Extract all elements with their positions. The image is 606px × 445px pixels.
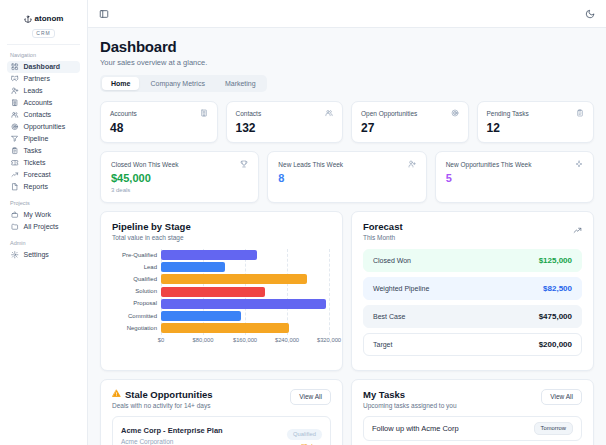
dashboard-content: Dashboard Your sales overview at a glanc… [88,28,606,445]
sidebar: atonom CRM Navigation Dashboard Partners… [0,0,88,445]
sidebar-section-label: Navigation [10,52,77,58]
chart-bar-proposal[interactable] [161,299,326,309]
app-logo: atonom CRM [7,7,80,45]
stale-opportunities-list: Acme Corp - Enterprise Plan Acme Corpora… [112,416,331,445]
sidebar-item-label: Dashboard [24,63,61,71]
sidebar-item-label: All Projects [24,223,59,231]
chart-bar-negotiation[interactable] [161,323,289,333]
forecast-row-label: Target [373,341,392,348]
forecast-row-value: $475,000 [539,312,572,321]
stat-card-pending-tasks: Pending Tasks 12 [477,101,595,143]
app-subtitle: CRM [32,29,54,38]
chart-category-label: Proposal [112,300,161,307]
opportunity-company: Acme Corporation [121,438,223,445]
clipboard-icon [576,109,584,117]
forecast-rows: Closed Won $125,000 Weighted Pipeline $8… [363,249,582,356]
sidebar-item-label: My Work [24,211,51,219]
sidebar-item-partners[interactable]: Partners [7,73,80,85]
chart-bar-committed[interactable] [161,311,241,321]
users-icon [11,111,19,119]
sidebar-item-label: Partners [24,75,50,83]
highlight-value: 5 [446,172,583,184]
chart-bar-row: Proposal [112,298,331,310]
theme-toggle-button[interactable] [585,5,595,23]
forecast-card: Forecast This Month Closed Won $125,000 … [351,211,594,371]
chart-x-tick: $240,000 [275,337,299,343]
sidebar-item-settings[interactable]: Settings [7,249,80,261]
top-bar [88,0,606,28]
stale-view-all-button[interactable]: View All [290,389,331,405]
tab-marketing[interactable]: Marketing [216,77,265,90]
forecast-row-label: Weighted Pipeline [373,285,429,292]
pipeline-chart-subtitle: Total value in each stage [112,234,331,241]
sidebar-item-dashboard[interactable]: Dashboard [7,61,80,73]
sidebar-item-forecast[interactable]: Forecast [7,169,80,181]
chart-bar-row: Qualified [112,273,331,285]
sidebar-item-tickets[interactable]: Tickets [7,157,80,169]
app-name: atonom [35,14,64,23]
stale-opportunity-item[interactable]: Acme Corp - Enterprise Plan Acme Corpora… [112,416,331,445]
sidebar-item-tasks[interactable]: Tasks [7,145,80,157]
highlight-subtext: 3 deals [111,187,248,194]
chart-category-label: Pre-Qualified [112,252,161,259]
highlight-value: 8 [278,172,415,184]
users-icon [325,109,333,117]
sidebar-item-label: Forecast [24,171,51,179]
tasks-view-all-button[interactable]: View All [541,389,582,405]
chart-bar-qualified[interactable] [161,274,307,284]
sparkles-icon [575,160,583,168]
pipeline-chart-title: Pipeline by Stage [112,221,331,232]
opportunity-name: Acme Corp - Enterprise Plan [121,426,223,435]
chart-category-label: Solution [112,288,161,295]
panel-left-icon [99,9,109,19]
chart-bar-solution[interactable] [161,287,265,297]
sidebar-item-accounts[interactable]: Accounts [7,97,80,109]
highlight-card-new-opportunities-this-week: New Opportunities This Week 5 [435,151,594,203]
chart-bar-row: Negotiation [112,322,331,334]
highlight-label: New Opportunities This Week [446,161,532,168]
stat-card-accounts: Accounts 48 [100,101,218,143]
building-icon [200,109,208,117]
tab-home[interactable]: Home [102,77,139,90]
task-name: Follow up with Acme Corp [372,424,459,433]
stat-label: Open Opportunities [361,110,417,117]
trending-up-icon [11,171,19,179]
highlight-card-closed-won-this-week: Closed Won This Week $45,000 3 deals [100,151,259,203]
user-plus-icon [408,160,416,168]
tasks-subtitle: Upcoming tasks assigned to you [363,402,457,409]
forecast-title: Forecast [363,221,403,232]
stage-badge: Qualified [287,429,322,440]
tab-company-metrics[interactable]: Company Metrics [141,77,213,90]
sidebar-item-label: Opportunities [24,123,66,131]
charts-row: Pipeline by Stage Total value in each st… [100,211,594,371]
forecast-subtitle: This Month [363,234,403,241]
chart-bar-pre-qualified[interactable] [161,250,257,260]
chart-x-tick: $160,000 [233,337,257,343]
task-item[interactable]: Follow up with Acme Corp Tomorrow [363,416,582,441]
sidebar-item-label: Settings [24,251,49,259]
sidebar-item-reports[interactable]: Reports [7,181,80,193]
clipboard-icon [11,147,19,155]
sidebar-item-pipeline[interactable]: Pipeline [7,133,80,145]
chart-bar-lead[interactable] [161,262,225,272]
highlight-label: New Leads This Week [278,161,343,168]
sidebar-item-my-work[interactable]: My Work [7,209,80,221]
forecast-row-label: Closed Won [373,257,411,264]
sidebar-item-contacts[interactable]: Contacts [7,109,80,121]
folder-icon [11,223,19,231]
sidebar-item-leads[interactable]: Leads [7,85,80,97]
stale-title: Stale Opportunities [125,389,213,400]
ticket-icon [11,159,19,167]
pipeline-bar-chart: Pre-Qualified Lead Qualified Solution Pr… [112,249,331,345]
stats-row: Accounts 48 Contacts 132 Open Opportunit… [100,101,594,143]
forecast-row-value: $200,000 [539,340,572,349]
sidebar-toggle-button[interactable] [99,5,109,23]
anchor-icon [24,15,32,23]
chart-bar-row: Committed [112,310,331,322]
stat-value: 48 [110,121,208,135]
sidebar-item-all-projects[interactable]: All Projects [7,221,80,233]
target-icon [451,109,459,117]
sidebar-item-opportunities[interactable]: Opportunities [7,121,80,133]
bottom-row: Stale Opportunities Deals with no activi… [100,379,594,445]
sidebar-nav: Navigation Dashboard Partners Leads Acco… [7,52,80,261]
